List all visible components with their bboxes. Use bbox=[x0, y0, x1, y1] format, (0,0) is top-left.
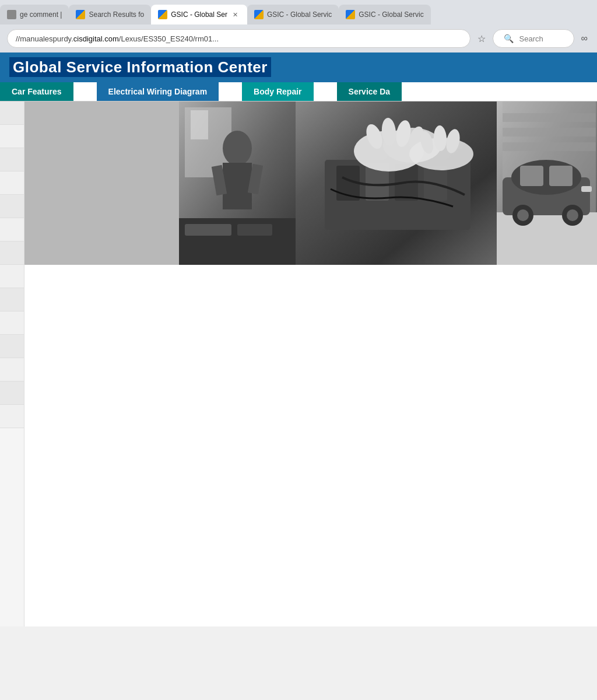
page-content: Global Service Information Center Car Fe… bbox=[0, 52, 597, 626]
sidebar-item-1[interactable] bbox=[0, 102, 24, 125]
bookmark-icon[interactable]: ☆ bbox=[475, 31, 488, 47]
sidebar bbox=[0, 102, 24, 626]
address-input[interactable]: //manualespurdy.cisdigital.com/Lexus/ES3… bbox=[7, 29, 470, 48]
sidebar-item-2[interactable] bbox=[0, 125, 24, 148]
sidebar-item-4[interactable] bbox=[0, 172, 24, 195]
tab-label-gsic-3: GSIC - Global Servic bbox=[359, 10, 423, 19]
nav-spacer-2 bbox=[219, 82, 242, 101]
sidebar-item-6[interactable] bbox=[0, 218, 24, 242]
sidebar-item-5[interactable] bbox=[0, 195, 24, 218]
nav-item-body-repair[interactable]: Body Repair bbox=[242, 82, 313, 101]
sidebar-item-13[interactable] bbox=[0, 382, 24, 405]
tab-search-results[interactable]: Search Results fo bbox=[69, 5, 151, 24]
search-bar-label: Search bbox=[519, 34, 543, 43]
hero-image-engine bbox=[296, 102, 497, 265]
svg-rect-31 bbox=[497, 212, 597, 265]
nav-item-car-features[interactable]: Car Features bbox=[0, 82, 73, 101]
sidebar-item-3[interactable] bbox=[0, 148, 24, 172]
svg-rect-9 bbox=[237, 224, 272, 236]
svg-rect-34 bbox=[520, 166, 543, 186]
svg-rect-28 bbox=[503, 113, 596, 122]
nav-bar: Car Features Electrical Wiring Diagram B… bbox=[0, 82, 597, 102]
site-header: Global Service Information Center bbox=[0, 52, 597, 82]
tab-favicon-gsic-2 bbox=[254, 10, 264, 19]
tab-label-search: Search Results fo bbox=[89, 10, 144, 19]
sidebar-item-12[interactable] bbox=[0, 358, 24, 382]
svg-point-39 bbox=[567, 209, 578, 221]
address-text: //manualespurdy.cisdigital.com/Lexus/ES3… bbox=[16, 34, 219, 43]
svg-rect-40 bbox=[581, 186, 592, 192]
nav-spacer-3 bbox=[314, 82, 337, 101]
hero-section bbox=[24, 102, 597, 265]
svg-rect-35 bbox=[549, 166, 573, 186]
tab-favicon-comment bbox=[7, 10, 16, 19]
tab-gsic-2[interactable]: GSIC - Global Servic bbox=[247, 5, 339, 24]
hero-placeholder bbox=[24, 102, 179, 265]
nav-item-service-da[interactable]: Service Da bbox=[337, 82, 402, 101]
tab-favicon-search bbox=[76, 10, 85, 19]
sidebar-item-8[interactable] bbox=[0, 265, 24, 288]
main-layout bbox=[0, 102, 597, 626]
tab-comment[interactable]: ge comment | bbox=[0, 5, 69, 24]
nav-item-electrical[interactable]: Electrical Wiring Diagram bbox=[97, 82, 219, 101]
address-bar: //manualespurdy.cisdigital.com/Lexus/ES3… bbox=[0, 24, 597, 52]
sidebar-item-11[interactable] bbox=[0, 335, 24, 358]
tab-favicon-gsic-active bbox=[158, 10, 167, 19]
svg-rect-2 bbox=[191, 110, 208, 139]
site-title: Global Service Information Center bbox=[9, 58, 272, 76]
nav-spacer-1 bbox=[73, 82, 97, 101]
hero-image-mechanic bbox=[179, 102, 296, 265]
svg-point-37 bbox=[517, 209, 529, 221]
svg-rect-4 bbox=[223, 163, 252, 209]
infinity-icon[interactable]: ∞ bbox=[579, 31, 590, 46]
tab-label-gsic-2: GSIC - Global Servic bbox=[267, 10, 332, 19]
tab-label-comment: ge comment | bbox=[20, 10, 62, 19]
svg-rect-29 bbox=[503, 128, 596, 136]
car-svg bbox=[497, 102, 597, 265]
tab-favicon-gsic-3 bbox=[346, 10, 355, 19]
sidebar-item-9[interactable] bbox=[0, 288, 24, 312]
sidebar-item-10[interactable] bbox=[0, 312, 24, 335]
empty-content-area bbox=[24, 265, 597, 615]
search-bar[interactable]: 🔍 Search bbox=[493, 29, 574, 48]
tab-gsic-3[interactable]: GSIC - Global Servic bbox=[339, 5, 430, 24]
hero-image-car bbox=[497, 102, 597, 265]
svg-rect-30 bbox=[503, 142, 596, 151]
mechanic-svg bbox=[179, 102, 296, 265]
svg-rect-8 bbox=[185, 224, 231, 236]
svg-point-3 bbox=[223, 131, 252, 166]
tab-close-button[interactable]: ✕ bbox=[231, 10, 240, 19]
sidebar-item-7[interactable] bbox=[0, 242, 24, 265]
engine-svg bbox=[296, 102, 497, 265]
tab-label-gsic-active: GSIC - Global Ser bbox=[171, 10, 227, 19]
content-area bbox=[24, 102, 597, 626]
search-icon: 🔍 bbox=[501, 32, 516, 46]
browser-chrome: ge comment | Search Results fo GSIC - Gl… bbox=[0, 0, 597, 52]
tab-bar: ge comment | Search Results fo GSIC - Gl… bbox=[0, 0, 597, 24]
sidebar-item-14[interactable] bbox=[0, 405, 24, 428]
tab-gsic-active[interactable]: GSIC - Global Ser ✕ bbox=[151, 5, 247, 24]
